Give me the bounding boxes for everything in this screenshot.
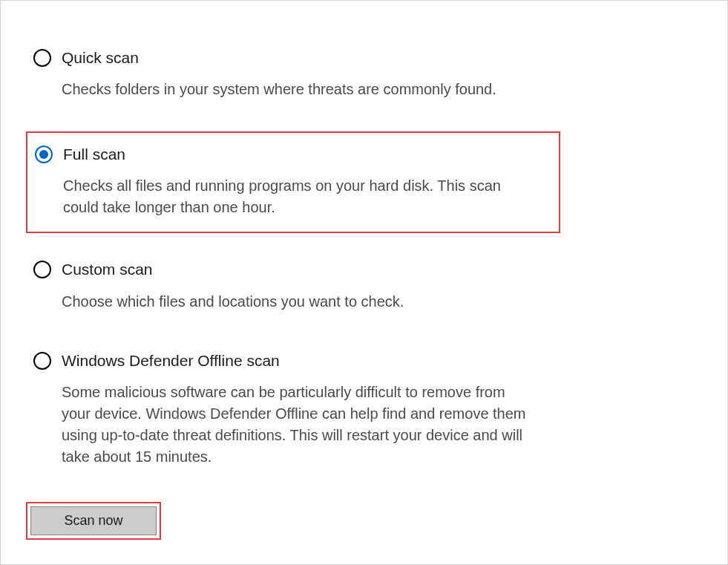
option-title-quick: Quick scan (62, 48, 556, 67)
scan-option-custom[interactable]: Custom scan Choose which files and locat… (26, 255, 560, 319)
radio-offline-scan[interactable] (33, 352, 51, 370)
option-title-custom: Custom scan (62, 260, 556, 278)
option-desc-full: Checks all files and running programs on… (63, 175, 538, 218)
option-title-offline: Windows Defender Offline scan (62, 351, 556, 370)
option-desc-custom: Choose which files and locations you wan… (62, 291, 537, 313)
radio-wrap (29, 145, 59, 163)
radio-full-scan[interactable] (35, 146, 53, 163)
radio-wrap (27, 260, 57, 278)
option-desc-quick: Checks folders in your system where thre… (62, 79, 537, 100)
scan-option-offline[interactable]: Windows Defender Offline scan Some malic… (26, 347, 560, 475)
radio-quick-scan[interactable] (33, 49, 51, 67)
scan-now-button[interactable]: Scan now (30, 506, 157, 535)
scan-option-full[interactable]: Full scan Checks all files and running p… (26, 131, 560, 233)
scan-option-quick[interactable]: Quick scan Checks folders in your system… (26, 44, 560, 108)
option-content: Full scan Checks all files and running p… (59, 145, 554, 218)
option-content: Quick scan Checks folders in your system… (57, 48, 556, 100)
radio-wrap (27, 48, 57, 67)
radio-custom-scan[interactable] (33, 261, 51, 278)
button-row: Scan now (26, 502, 702, 540)
scan-button-highlight: Scan now (26, 502, 161, 540)
radio-wrap (27, 351, 57, 370)
option-title-full: Full scan (63, 145, 554, 163)
option-content: Custom scan Choose which files and locat… (57, 260, 556, 312)
option-desc-offline: Some malicious software can be particula… (62, 382, 537, 468)
option-content: Windows Defender Offline scan Some malic… (57, 351, 556, 468)
